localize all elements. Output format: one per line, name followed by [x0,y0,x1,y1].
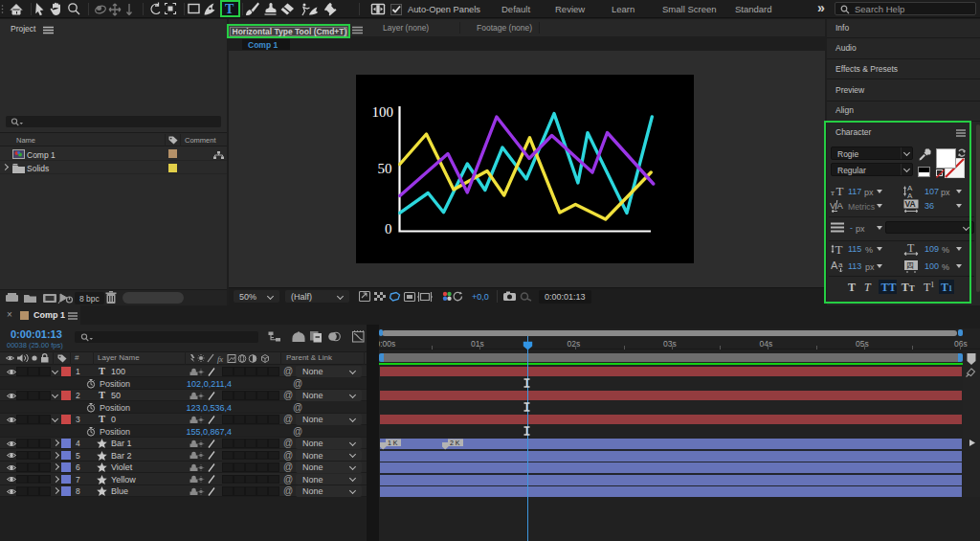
svg-text:1 K: 1 K [388,440,398,446]
svg-text:50: 50 [378,161,392,176]
svg-text:fx: fx [217,353,223,363]
svg-text:100: 100 [372,104,394,120]
svg-text:0: 0 [385,221,392,237]
svg-text:2 K: 2 K [450,440,460,446]
